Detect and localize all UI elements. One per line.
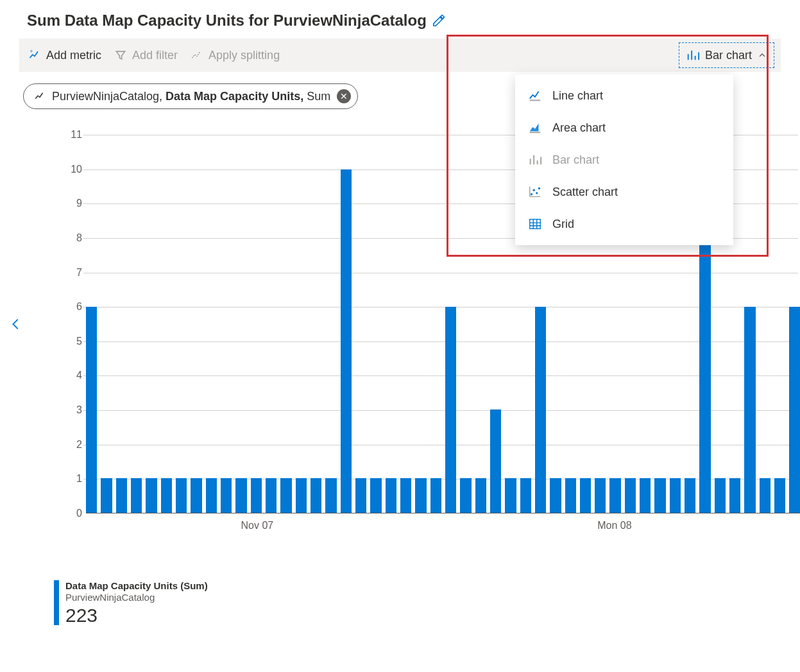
bar[interactable]	[699, 203, 710, 513]
bar[interactable]	[729, 478, 740, 513]
y-tick-label: 9	[76, 198, 82, 209]
bar[interactable]	[640, 478, 651, 513]
chart-type-label: Bar chart	[705, 49, 752, 62]
chart-type-option[interactable]: Area chart	[515, 112, 733, 144]
bar[interactable]	[116, 478, 127, 513]
bar[interactable]	[445, 307, 456, 513]
metric-chip[interactable]: PurviewNinjaCatalog, Data Map Capacity U…	[23, 83, 358, 109]
legend-value: 223	[65, 605, 208, 626]
bar[interactable]	[460, 478, 471, 513]
bar[interactable]	[415, 478, 426, 513]
legend: Data Map Capacity Units (Sum) PurviewNin…	[54, 580, 781, 626]
apply-splitting-button[interactable]: Apply splitting	[191, 49, 280, 62]
chevron-up-icon	[757, 50, 767, 60]
bar[interactable]	[789, 307, 800, 513]
chart-type-option[interactable]: Grid	[515, 208, 733, 240]
bar[interactable]	[355, 478, 366, 513]
bar[interactable]	[520, 478, 531, 513]
svg-text:+: +	[30, 49, 33, 55]
close-icon[interactable]: ✕	[337, 89, 351, 103]
bar[interactable]	[654, 478, 665, 513]
add-metric-button[interactable]: + Add metric	[28, 49, 101, 62]
line-chart-icon	[528, 89, 542, 103]
bar[interactable]	[86, 307, 97, 513]
legend-resource: PurviewNinjaCatalog	[65, 592, 208, 603]
svg-rect-5	[530, 220, 541, 229]
chart-type-option[interactable]: Line chart	[515, 80, 733, 112]
bar[interactable]	[490, 409, 501, 513]
bar[interactable]	[296, 478, 307, 513]
bar[interactable]	[146, 478, 157, 513]
bar[interactable]	[386, 478, 396, 513]
bar[interactable]	[744, 307, 755, 513]
bar[interactable]	[505, 478, 516, 513]
svg-point-3	[536, 192, 538, 194]
chip-resource: PurviewNinjaCatalog,	[52, 90, 166, 103]
bar[interactable]	[191, 478, 201, 513]
svg-point-1	[531, 193, 532, 195]
chart-type-option-label: Scatter chart	[552, 185, 618, 199]
chart-type-dropdown: Line chartArea chartBar chartScatter cha…	[515, 74, 733, 245]
y-tick-label: 0	[76, 508, 82, 519]
chart-type-option[interactable]: Scatter chart	[515, 176, 733, 208]
bar[interactable]	[251, 478, 262, 513]
bar[interactable]	[400, 478, 411, 513]
bar[interactable]	[235, 478, 246, 513]
legend-metric: Data Map Capacity Units (Sum)	[65, 580, 208, 592]
bar[interactable]	[550, 478, 561, 513]
chart-type-dropdown-button[interactable]: Bar chart	[679, 42, 774, 68]
y-tick-label: 6	[76, 301, 82, 313]
x-tick-label: Mon 08	[597, 520, 631, 531]
bar[interactable]	[341, 169, 352, 513]
bar[interactable]	[430, 478, 441, 513]
bar[interactable]	[370, 478, 381, 513]
add-metric-label: Add metric	[46, 49, 101, 62]
chart-type-option-label: Area chart	[552, 121, 606, 135]
y-tick-label: 7	[76, 267, 82, 279]
bar[interactable]	[176, 478, 187, 513]
bar[interactable]	[760, 478, 770, 513]
bar[interactable]	[206, 478, 217, 513]
scatter-chart-icon	[528, 185, 542, 199]
y-tick-label: 10	[71, 164, 82, 175]
bar[interactable]	[670, 478, 681, 513]
bar[interactable]	[535, 307, 546, 513]
y-tick-label: 4	[76, 370, 82, 381]
bar[interactable]	[565, 478, 576, 513]
chevron-left-icon[interactable]	[9, 314, 23, 334]
bar[interactable]	[325, 478, 336, 513]
bar[interactable]	[580, 478, 591, 513]
area-chart-icon	[528, 121, 542, 135]
bar[interactable]	[475, 478, 486, 513]
bar[interactable]	[131, 478, 142, 513]
bar[interactable]	[101, 478, 112, 513]
bar[interactable]	[280, 478, 291, 513]
add-filter-button[interactable]: Add filter	[114, 49, 178, 62]
bar[interactable]	[685, 478, 695, 513]
bar[interactable]	[595, 478, 606, 513]
bar[interactable]	[774, 478, 785, 513]
bar-chart-icon	[528, 153, 542, 167]
chart-type-option-label: Grid	[552, 218, 574, 231]
svg-point-2	[533, 189, 535, 191]
metric-line-icon	[34, 90, 46, 102]
y-tick-label: 5	[76, 336, 82, 347]
bar[interactable]	[266, 478, 277, 513]
apply-splitting-label: Apply splitting	[209, 49, 280, 62]
chart-type-option-label: Bar chart	[552, 153, 599, 167]
y-tick-label: 8	[76, 232, 82, 244]
bar[interactable]	[311, 478, 321, 513]
edit-icon[interactable]	[432, 13, 446, 28]
bar[interactable]	[161, 478, 172, 513]
y-tick-label: 11	[71, 129, 82, 141]
filter-icon	[114, 49, 127, 62]
bar[interactable]	[609, 478, 620, 513]
legend-swatch	[54, 580, 59, 625]
bar[interactable]	[715, 478, 726, 513]
bar[interactable]	[625, 478, 636, 513]
bar[interactable]	[221, 478, 232, 513]
chart-type-option: Bar chart	[515, 144, 733, 176]
chip-metric: Data Map Capacity Units,	[166, 90, 303, 103]
page-title: Sum Data Map Capacity Units for PurviewN…	[27, 12, 427, 30]
y-tick-label: 2	[76, 439, 82, 451]
